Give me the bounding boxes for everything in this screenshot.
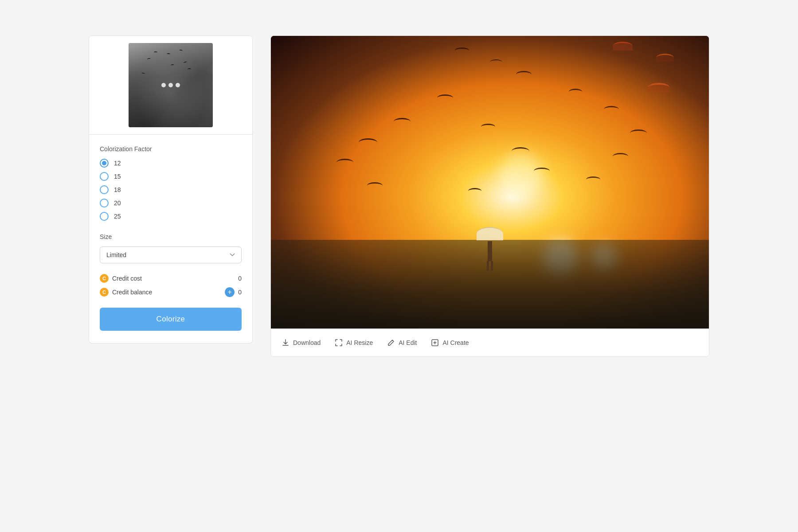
radio-circle-18 [100,185,109,194]
credits-section: C Credit cost 0 C Credit balance + 0 [100,274,242,297]
action-bar: Download AI Resize [271,329,709,356]
radio-circle-20 [100,199,109,207]
controls-area: Colorization Factor 12 15 18 20 [89,135,252,343]
figure [477,227,503,271]
ai-create-icon [431,339,439,347]
right-panel: Download AI Resize [270,35,709,357]
radio-item-25[interactable]: 25 [100,212,242,221]
person-legs [487,261,493,271]
download-icon [282,339,289,347]
size-label: Size [100,233,242,240]
credit-balance-right: + 0 [225,287,242,297]
ai-create-button[interactable]: AI Create [431,339,469,347]
radio-item-15[interactable]: 15 [100,172,242,181]
ai-resize-icon [335,339,343,347]
download-label: Download [293,339,321,346]
radio-circle-15 [100,172,109,181]
radio-item-18[interactable]: 18 [100,185,242,194]
main-layout: Colorization Factor 12 15 18 20 [89,35,709,357]
credit-cost-row: C Credit cost 0 [100,274,242,283]
colorization-factor-group: 12 15 18 20 25 [100,159,242,221]
credit-balance-value: 0 [238,289,242,296]
source-image-thumbnail [129,43,213,127]
radio-item-12[interactable]: 12 [100,159,242,168]
download-button[interactable]: Download [282,339,321,347]
umbrella [477,227,503,240]
radio-label-18: 18 [114,186,121,193]
radio-item-20[interactable]: 20 [100,199,242,207]
thumbnail-area [89,36,252,135]
radio-label-12: 12 [114,160,121,167]
size-select[interactable]: Limited Small Medium Large Full [100,246,242,263]
left-panel: Colorization Factor 12 15 18 20 [89,35,253,344]
ai-edit-icon [387,339,395,347]
credit-cost-label: Credit cost [112,275,142,282]
colorize-button[interactable]: Colorize [100,308,242,331]
credit-balance-icon: C [100,288,109,297]
person-body [488,241,492,261]
credit-balance-label: Credit balance [112,289,152,296]
credit-cost-value: 0 [238,275,242,282]
credit-cost-icon: C [100,274,109,283]
colorized-image [271,36,709,329]
radio-label-15: 15 [114,173,121,180]
result-image-card: Download AI Resize [270,35,709,357]
credit-balance-left: C Credit balance [100,288,152,297]
colorization-factor-label: Colorization Factor [100,145,242,153]
credit-cost-left: C Credit cost [100,274,142,283]
radio-circle-12 [100,159,109,168]
ai-resize-label: AI Resize [346,339,373,346]
ai-resize-button[interactable]: AI Resize [335,339,373,347]
ai-edit-label: AI Edit [399,339,417,346]
ai-edit-button[interactable]: AI Edit [387,339,417,347]
radio-circle-25 [100,212,109,221]
radio-label-25: 25 [114,213,121,220]
ai-create-label: AI Create [442,339,469,346]
radio-label-20: 20 [114,200,121,207]
credit-balance-row: C Credit balance + 0 [100,287,242,297]
size-section: Size Limited Small Medium Large Full [100,233,242,263]
add-credits-button[interactable]: + [225,287,235,297]
